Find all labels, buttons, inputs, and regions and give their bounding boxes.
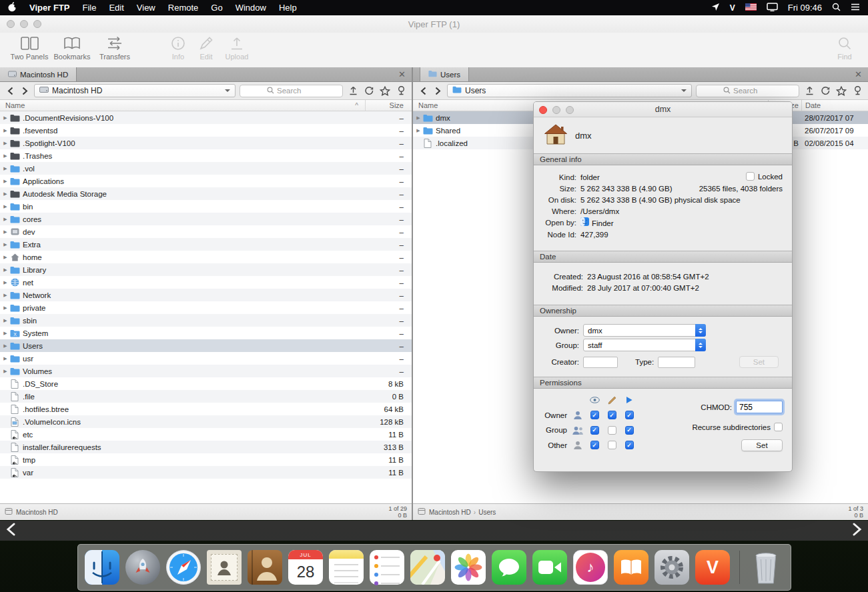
other-exec-checkbox[interactable]: ✓	[625, 441, 634, 449]
bookmarks-button[interactable]: Bookmarks	[51, 35, 93, 61]
menu-clock[interactable]: Fri 09:46	[788, 3, 822, 13]
disclosure-triangle-icon[interactable]: ▶	[0, 343, 9, 349]
table-row[interactable]: ▶.Trashes–	[0, 149, 412, 162]
table-row[interactable]: .VolumeIcon.icns128 kB	[0, 415, 412, 428]
dock-messages-icon[interactable]	[490, 549, 528, 587]
table-row[interactable]: ▶Volumes–	[0, 365, 412, 377]
app-menu-title[interactable]: Viper FTP	[29, 3, 69, 13]
recurse-checkbox[interactable]	[774, 423, 783, 431]
disclosure-triangle-icon[interactable]: ▶	[0, 267, 9, 273]
back-button[interactable]	[5, 85, 15, 97]
info-button[interactable]: Info	[164, 35, 192, 61]
input-language-flag-icon[interactable]	[745, 3, 757, 13]
search-input[interactable]	[733, 87, 772, 95]
tab-users[interactable]: Users	[420, 67, 469, 81]
zoom-button[interactable]	[33, 20, 41, 28]
refresh-icon[interactable]	[363, 85, 375, 97]
apple-menu-icon[interactable]	[8, 2, 17, 14]
left-location-dropdown[interactable]: Macintosh HD	[34, 84, 236, 97]
disclosure-triangle-icon[interactable]: ▶	[413, 128, 422, 133]
notification-center-icon[interactable]	[851, 3, 860, 13]
right-search-field[interactable]	[696, 85, 799, 97]
table-row[interactable]: ▶bin–	[0, 200, 412, 213]
two-panels-button[interactable]: Two Panels	[8, 35, 51, 61]
dock-mail-icon[interactable]	[205, 549, 244, 587]
find-button[interactable]: Find	[829, 35, 860, 61]
dock-trash-icon[interactable]	[747, 549, 785, 587]
dock-calendar-icon[interactable]: JUL28	[287, 549, 325, 587]
upload-button[interactable]: Upload	[220, 35, 254, 61]
table-row[interactable]: ▶private–	[0, 301, 412, 314]
transfers-button[interactable]: Transfers	[93, 35, 136, 61]
table-row[interactable]: ▶usr–	[0, 352, 412, 365]
disclosure-triangle-icon[interactable]: ▶	[0, 141, 9, 146]
menu-item-remote[interactable]: Remote	[168, 3, 199, 13]
disclosure-triangle-icon[interactable]: ▶	[0, 280, 9, 285]
other-write-checkbox[interactable]	[608, 441, 616, 449]
forward-button[interactable]	[432, 85, 443, 97]
display-mirroring-icon[interactable]	[767, 3, 778, 13]
disclosure-triangle-icon[interactable]: ▶	[0, 242, 9, 247]
menu-item-window[interactable]: Window	[236, 3, 266, 13]
table-row[interactable]: etc11 B	[0, 428, 412, 441]
dialog-minimize-button[interactable]	[552, 106, 560, 114]
type-field[interactable]	[658, 357, 695, 368]
close-tab-icon[interactable]: ✕	[855, 70, 862, 79]
prev-page-button[interactable]	[6, 523, 15, 539]
table-row[interactable]: ▶sbin–	[0, 314, 412, 327]
owner-read-checkbox[interactable]: ✓	[590, 411, 599, 419]
disclosure-triangle-icon[interactable]: ▶	[0, 318, 9, 323]
table-row[interactable]: ▶.fseventsd–	[0, 124, 412, 137]
disclosure-triangle-icon[interactable]: ▶	[0, 153, 9, 159]
disclosure-triangle-icon[interactable]: ▶	[0, 356, 9, 361]
viper-menu-icon[interactable]: V	[730, 3, 735, 13]
dock-viperftp-icon[interactable]: V	[694, 549, 732, 587]
menu-item-help[interactable]: Help	[279, 3, 297, 13]
dock-photos-icon[interactable]	[450, 549, 488, 587]
table-row[interactable]: ▶Autodesk Media Storage–	[0, 187, 412, 200]
table-row[interactable]: ▶Network–	[0, 289, 412, 301]
disclosure-triangle-icon[interactable]: ▶	[0, 204, 9, 209]
group-write-checkbox[interactable]	[608, 426, 616, 435]
table-row[interactable]: ▶Library–	[0, 263, 412, 276]
right-location-dropdown[interactable]: Users	[447, 84, 692, 97]
group-dropdown[interactable]: staff	[583, 339, 706, 351]
creator-field[interactable]	[583, 357, 618, 368]
dock-reminders-icon[interactable]	[368, 549, 406, 587]
favorites-star-icon[interactable]	[835, 85, 847, 97]
disclosure-triangle-icon[interactable]: ▶	[0, 369, 9, 374]
chmod-input[interactable]	[736, 401, 783, 413]
table-row[interactable]: ▶Applications–	[0, 175, 412, 187]
table-row[interactable]: .hotfiles.btree64 kB	[0, 403, 412, 415]
dialog-close-button[interactable]	[539, 106, 547, 114]
tab-macintosh-hd[interactable]: Macintosh HD	[0, 67, 77, 81]
table-row[interactable]: ▶XSystem–	[0, 327, 412, 339]
back-button[interactable]	[418, 85, 428, 97]
proxy-icon[interactable]	[851, 85, 863, 97]
column-header-size[interactable]: Size	[365, 100, 412, 111]
disclosure-triangle-icon[interactable]: ▶	[0, 128, 9, 133]
breadcrumb-item[interactable]: Users	[478, 509, 496, 516]
edit-button[interactable]: Edit	[192, 35, 220, 61]
table-row[interactable]: ▶Users–	[0, 339, 412, 352]
permissions-set-button[interactable]: Set	[741, 439, 783, 451]
upload-queue-icon[interactable]	[347, 85, 359, 97]
table-row[interactable]: ▶dev–	[0, 225, 412, 238]
table-row[interactable]: ▶home–	[0, 251, 412, 263]
dock-notes-icon[interactable]	[328, 549, 366, 587]
close-button[interactable]	[7, 20, 15, 28]
table-row[interactable]: .file0 B	[0, 390, 412, 403]
ownership-set-button[interactable]: Set	[739, 356, 779, 368]
disclosure-triangle-icon[interactable]: ▶	[0, 179, 9, 184]
proxy-icon[interactable]	[395, 85, 407, 97]
search-input[interactable]	[277, 87, 316, 95]
table-row[interactable]: ▶.Spotlight-V100–	[0, 137, 412, 149]
spotlight-icon[interactable]	[832, 3, 841, 13]
dock-sysprefs-icon[interactable]	[653, 549, 691, 587]
close-tab-icon[interactable]: ✕	[398, 70, 406, 79]
table-row[interactable]: installer.failurerequests313 B	[0, 441, 412, 453]
dock-contacts-icon[interactable]	[246, 549, 284, 587]
disclosure-triangle-icon[interactable]: ▶	[0, 229, 9, 235]
group-exec-checkbox[interactable]: ✓	[625, 426, 634, 435]
forward-button[interactable]	[19, 85, 30, 97]
